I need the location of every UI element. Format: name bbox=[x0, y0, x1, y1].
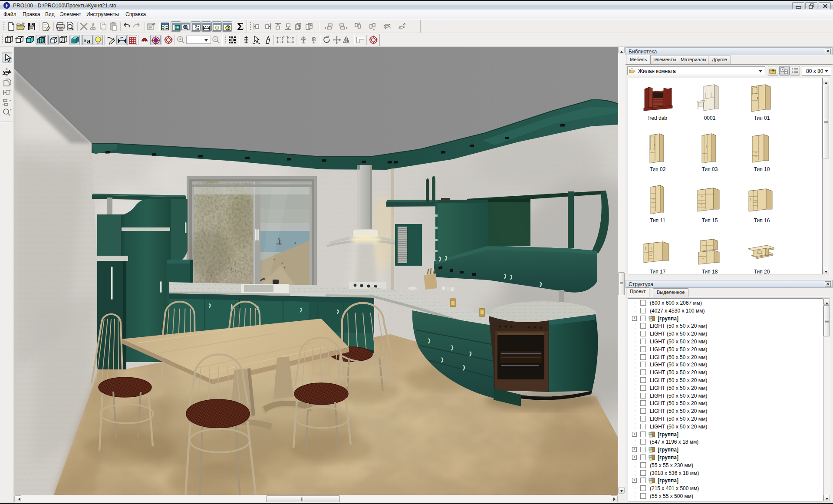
svg-text:a: a bbox=[87, 37, 91, 45]
svg-text:a: a bbox=[84, 37, 86, 43]
